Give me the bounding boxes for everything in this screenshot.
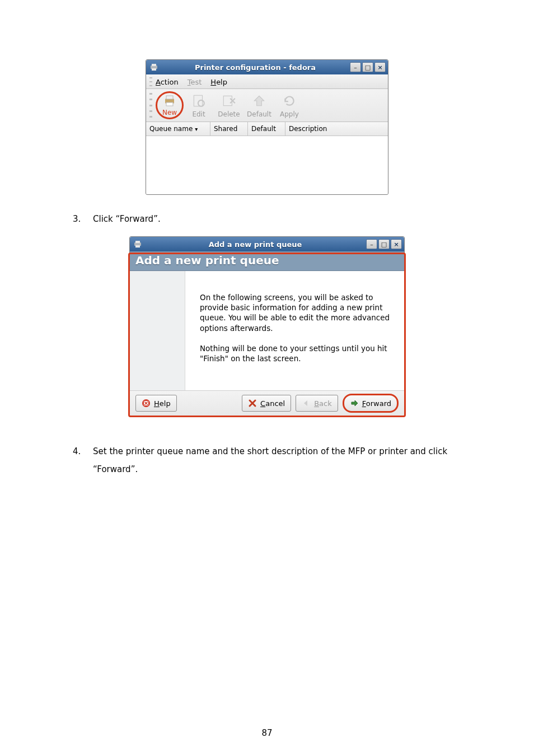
maximize-button[interactable]: □ (362, 62, 373, 72)
col-shared[interactable]: Shared (210, 122, 248, 136)
step-3: 3. Click “Forward”. (73, 214, 461, 224)
wizard-title: Add a new print queue (135, 254, 399, 267)
apply-button: Apply (274, 90, 305, 120)
default-button: Default (244, 90, 274, 120)
maximize-button[interactable]: □ (378, 239, 390, 249)
menu-test: Test (188, 78, 202, 86)
edit-icon (190, 92, 207, 109)
step-number: 4. (73, 443, 93, 478)
help-icon (142, 399, 151, 408)
printer-new-icon[interactable] (163, 94, 176, 108)
menubar-handle (149, 77, 152, 86)
edit-label: Edit (192, 110, 205, 118)
minimize-button[interactable]: – (350, 62, 361, 72)
sort-arrow-icon: ▾ (195, 126, 198, 132)
wizard-sidebar (130, 271, 185, 390)
page-number: 87 (0, 728, 534, 738)
step-4: 4. Set the printer queue name and the sh… (73, 443, 461, 478)
table-header: Queue name▾ Shared Default Description (146, 122, 388, 136)
wizard-footer: Help Cancel Back Forward (130, 390, 404, 416)
menu-action[interactable]: Action (156, 78, 179, 86)
printer-icon (133, 240, 142, 249)
window-title: Printer configuration - fedora (162, 63, 349, 72)
forward-button[interactable]: Forward (343, 394, 399, 413)
svg-rect-5 (166, 102, 173, 106)
table-body-empty (146, 136, 388, 194)
svg-rect-1 (152, 64, 156, 66)
window-controls: – □ × (365, 239, 402, 249)
svg-rect-8 (223, 96, 232, 105)
delete-button: Delete (214, 90, 244, 120)
apply-icon (281, 92, 298, 109)
back-icon (302, 399, 311, 408)
step-text: Set the printer queue name and the short… (93, 443, 461, 478)
new-button-highlight: New (156, 91, 184, 119)
title-bar: Printer configuration - fedora – □ × (146, 60, 388, 74)
help-button[interactable]: Help (135, 395, 177, 412)
wizard-body: On the following screens, you will be as… (130, 271, 404, 390)
menu-bar: Action Test Help (146, 74, 388, 89)
back-button: Back (296, 395, 338, 412)
svg-rect-4 (166, 96, 173, 99)
step-text: Click “Forward”. (93, 214, 461, 224)
col-default[interactable]: Default (248, 122, 285, 136)
col-queue-name[interactable]: Queue name▾ (146, 122, 210, 136)
window-title: Add a new print queue (146, 240, 365, 249)
toolbar-handle (149, 93, 152, 118)
window-controls: – □ × (349, 62, 386, 72)
delete-icon (221, 92, 237, 109)
col-description[interactable]: Description (285, 122, 388, 136)
step-number: 3. (73, 214, 93, 224)
delete-label: Delete (218, 110, 240, 118)
svg-rect-11 (135, 245, 140, 248)
printer-icon (149, 63, 158, 72)
new-label[interactable]: New (162, 109, 177, 116)
menu-help[interactable]: Help (210, 78, 227, 86)
title-bar: Add a new print queue – □ × (130, 237, 404, 251)
svg-rect-10 (135, 241, 140, 243)
forward-icon (350, 399, 359, 408)
close-button[interactable]: × (374, 62, 386, 72)
wizard-content: On the following screens, you will be as… (185, 271, 404, 390)
printer-config-window: Printer configuration - fedora – □ × Act… (146, 59, 388, 195)
cancel-button[interactable]: Cancel (242, 395, 291, 412)
wizard-para-2: Nothing will be done to your settings un… (200, 343, 394, 363)
add-queue-window: Add a new print queue – □ × Add a new pr… (129, 236, 405, 416)
cancel-icon (248, 399, 257, 408)
default-icon (251, 92, 268, 109)
edit-button: Edit (184, 90, 214, 120)
apply-label: Apply (280, 110, 299, 118)
minimize-button[interactable]: – (366, 239, 377, 249)
default-label: Default (247, 110, 271, 118)
close-button[interactable]: × (391, 239, 402, 249)
wizard-para-1: On the following screens, you will be as… (200, 292, 394, 333)
wizard-banner: Add a new print queue (130, 251, 404, 271)
svg-rect-2 (152, 68, 156, 71)
toolbar: New Edit Delete Default Apply (146, 89, 388, 122)
